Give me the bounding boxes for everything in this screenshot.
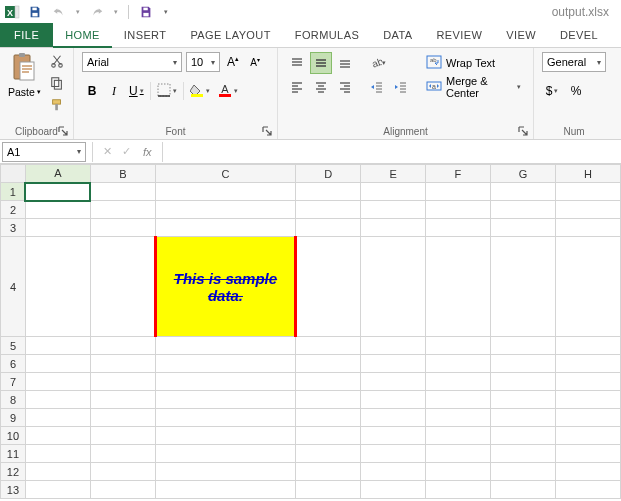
cell-C9[interactable] [155, 409, 295, 427]
format-painter-button[interactable] [47, 96, 67, 116]
cell-E10[interactable] [361, 427, 426, 445]
enter-formula-button[interactable]: ✓ [122, 145, 131, 158]
cell-D12[interactable] [296, 463, 361, 481]
cell-E3[interactable] [361, 219, 426, 237]
tab-data[interactable]: DATA [371, 23, 424, 47]
cell-H9[interactable] [555, 409, 620, 427]
cell-A7[interactable] [25, 373, 90, 391]
cell-A3[interactable] [25, 219, 90, 237]
row-header-13[interactable]: 13 [1, 481, 26, 499]
cell-F9[interactable] [426, 409, 491, 427]
cell-F5[interactable] [426, 337, 491, 355]
fx-label[interactable]: fx [137, 146, 158, 158]
cell-A6[interactable] [25, 355, 90, 373]
cell-A1[interactable] [25, 183, 90, 201]
row-header-3[interactable]: 3 [1, 219, 26, 237]
cell-D13[interactable] [296, 481, 361, 499]
cell-E6[interactable] [361, 355, 426, 373]
cell-E12[interactable] [361, 463, 426, 481]
undo-button[interactable] [50, 3, 68, 21]
cell-G6[interactable] [490, 355, 555, 373]
cell-G4[interactable] [490, 237, 555, 337]
cell-C2[interactable] [155, 201, 295, 219]
cell-F13[interactable] [426, 481, 491, 499]
cell-H6[interactable] [555, 355, 620, 373]
tab-formulas[interactable]: FORMULAS [283, 23, 371, 47]
cell-E4[interactable] [361, 237, 426, 337]
col-header-G[interactable]: G [490, 165, 555, 183]
cell-H7[interactable] [555, 373, 620, 391]
save-alt-button[interactable] [137, 3, 155, 21]
copy-button[interactable] [47, 74, 67, 94]
name-box[interactable]: A1▾ [2, 142, 86, 162]
cell-D2[interactable] [296, 201, 361, 219]
cell-G10[interactable] [490, 427, 555, 445]
cell-E9[interactable] [361, 409, 426, 427]
borders-button[interactable]: ▾ [154, 80, 180, 102]
cell-B12[interactable] [90, 463, 155, 481]
align-bottom-button[interactable] [334, 52, 356, 74]
align-left-button[interactable] [286, 76, 308, 98]
increase-indent-button[interactable] [390, 76, 412, 98]
italic-button[interactable]: I [104, 80, 124, 102]
cell-A8[interactable] [25, 391, 90, 409]
merge-center-button[interactable]: a Merge & Center ▾ [422, 76, 525, 98]
cell-A11[interactable] [25, 445, 90, 463]
tab-page-layout[interactable]: PAGE LAYOUT [178, 23, 282, 47]
cell-B8[interactable] [90, 391, 155, 409]
cell-G7[interactable] [490, 373, 555, 391]
undo-dropdown[interactable]: ▾ [74, 3, 82, 21]
cell-E1[interactable] [361, 183, 426, 201]
cell-C4[interactable]: This is sample data. [155, 237, 295, 337]
cancel-formula-button[interactable]: ✕ [103, 145, 112, 158]
cell-H4[interactable] [555, 237, 620, 337]
paste-button[interactable]: Paste▾ [8, 52, 41, 98]
cell-D4[interactable] [296, 237, 361, 337]
cell-C5[interactable] [155, 337, 295, 355]
cell-G13[interactable] [490, 481, 555, 499]
cell-E13[interactable] [361, 481, 426, 499]
cell-B2[interactable] [90, 201, 155, 219]
cell-D9[interactable] [296, 409, 361, 427]
alignment-launcher[interactable] [517, 126, 529, 138]
cell-D5[interactable] [296, 337, 361, 355]
col-header-E[interactable]: E [361, 165, 426, 183]
save-button[interactable] [26, 3, 44, 21]
orientation-button[interactable]: ab▾ [366, 52, 388, 74]
cell-C3[interactable] [155, 219, 295, 237]
cell-B10[interactable] [90, 427, 155, 445]
cell-F3[interactable] [426, 219, 491, 237]
wrap-text-button[interactable]: ab Wrap Text [422, 52, 525, 74]
cell-A12[interactable] [25, 463, 90, 481]
decrease-indent-button[interactable] [366, 76, 388, 98]
row-header-9[interactable]: 9 [1, 409, 26, 427]
cell-H8[interactable] [555, 391, 620, 409]
cell-B7[interactable] [90, 373, 155, 391]
cell-D8[interactable] [296, 391, 361, 409]
col-header-D[interactable]: D [296, 165, 361, 183]
cell-E8[interactable] [361, 391, 426, 409]
spreadsheet-grid[interactable]: A B C D E F G H 1 2 3 4This is sample da… [0, 164, 621, 499]
tab-insert[interactable]: INSERT [112, 23, 179, 47]
font-color-button[interactable]: A▾ [215, 80, 241, 102]
cell-B6[interactable] [90, 355, 155, 373]
row-header-6[interactable]: 6 [1, 355, 26, 373]
select-all-corner[interactable] [1, 165, 26, 183]
cell-B3[interactable] [90, 219, 155, 237]
row-header-8[interactable]: 8 [1, 391, 26, 409]
cell-A5[interactable] [25, 337, 90, 355]
cell-B1[interactable] [90, 183, 155, 201]
cell-F7[interactable] [426, 373, 491, 391]
decrease-font-size-button[interactable]: A▾ [246, 52, 264, 72]
cell-C7[interactable] [155, 373, 295, 391]
cell-D6[interactable] [296, 355, 361, 373]
cell-C1[interactable] [155, 183, 295, 201]
cell-A13[interactable] [25, 481, 90, 499]
cell-F4[interactable] [426, 237, 491, 337]
redo-button[interactable] [88, 3, 106, 21]
cell-H5[interactable] [555, 337, 620, 355]
cell-F6[interactable] [426, 355, 491, 373]
font-name-selector[interactable]: Arial▾ [82, 52, 182, 72]
row-header-10[interactable]: 10 [1, 427, 26, 445]
cell-D11[interactable] [296, 445, 361, 463]
